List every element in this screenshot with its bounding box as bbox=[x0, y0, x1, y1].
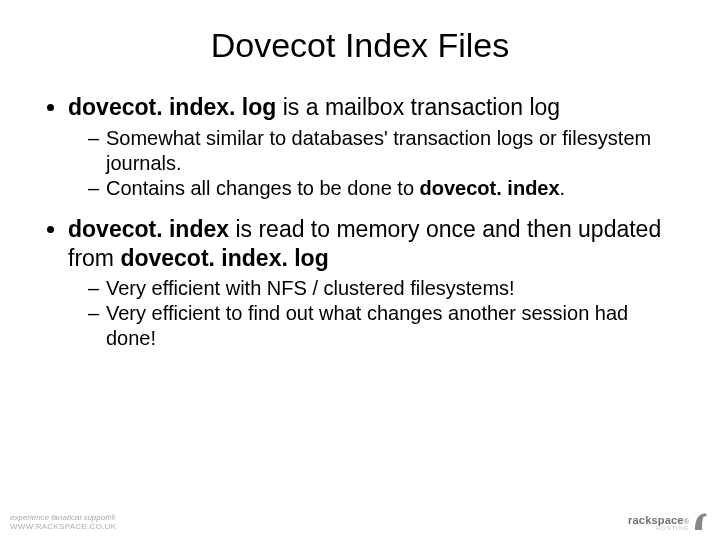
bullet-2-sub-1: Very efficient with NFS / clustered file… bbox=[88, 276, 680, 301]
bullet-1-sub-2-b: dovecot. index bbox=[420, 177, 560, 199]
slide-content: Dovecot Index Files dovecot. index. log … bbox=[0, 0, 720, 351]
bullet-2-sublist: Very efficient with NFS / clustered file… bbox=[68, 276, 680, 351]
bullet-2-sub-2: Very efficient to find out what changes … bbox=[88, 301, 680, 351]
bullet-1-sub-2-a: Contains all changes to be done to bbox=[106, 177, 420, 199]
bullet-2-a: dovecot. index bbox=[68, 216, 229, 242]
slide-title: Dovecot Index Files bbox=[40, 26, 680, 65]
rackspace-logo: rackspace® HOSTING bbox=[628, 512, 710, 532]
bullet-2: dovecot. index is read to memory once an… bbox=[68, 215, 680, 352]
bullet-list: dovecot. index. log is a mailbox transac… bbox=[40, 93, 680, 351]
bullet-1-rest: is a mailbox transaction log bbox=[276, 94, 560, 120]
footer-right: rackspace® HOSTING bbox=[628, 512, 710, 532]
bullet-1: dovecot. index. log is a mailbox transac… bbox=[68, 93, 680, 201]
rackspace-brand: rackspace® bbox=[628, 514, 689, 526]
footer-left: experience fanatical support® WWW.RACKSP… bbox=[10, 513, 116, 532]
footer-url: WWW.RACKSPACE.CO.UK bbox=[10, 522, 116, 532]
bullet-1-sub-2: Contains all changes to be done to dovec… bbox=[88, 176, 680, 201]
bullet-1-bold: dovecot. index. log bbox=[68, 94, 276, 120]
slide-footer: experience fanatical support® WWW.RACKSP… bbox=[10, 512, 710, 532]
rackspace-text-block: rackspace® HOSTING bbox=[628, 514, 689, 531]
svg-point-0 bbox=[703, 513, 706, 516]
footer-tagline: experience fanatical support® bbox=[10, 513, 116, 523]
bullet-1-sub-2-c: . bbox=[560, 177, 566, 199]
bullet-2-c: dovecot. index. log bbox=[120, 245, 328, 271]
bullet-1-sublist: Somewhat similar to databases' transacti… bbox=[68, 126, 680, 201]
rackspace-icon bbox=[692, 512, 710, 532]
bullet-1-sub-1: Somewhat similar to databases' transacti… bbox=[88, 126, 680, 176]
